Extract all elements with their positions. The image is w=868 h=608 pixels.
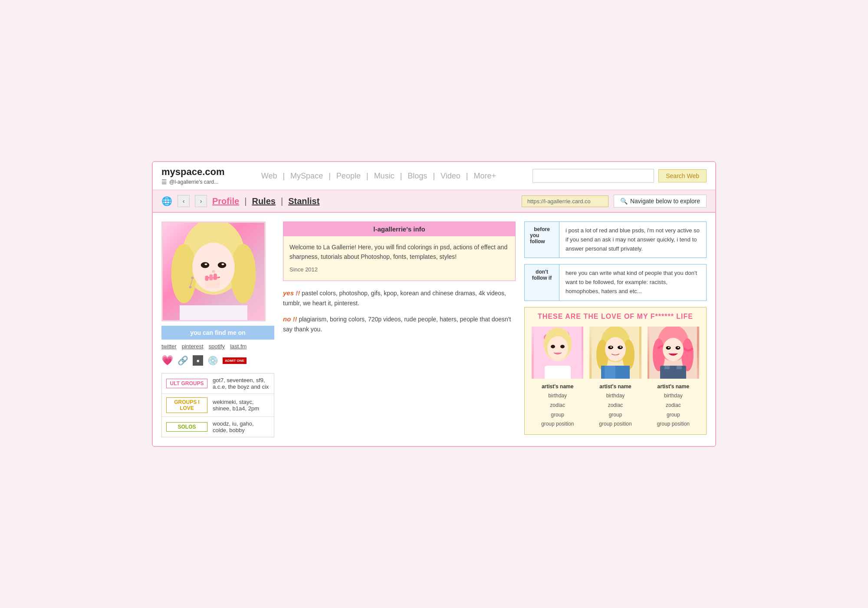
top-nav: Web | MySpace | People | Music | Blogs |…	[233, 172, 524, 181]
artist-position-1: group position	[532, 420, 583, 429]
nav-music[interactable]: Music	[374, 172, 395, 180]
hamburger-icon[interactable]: ☰	[161, 178, 167, 185]
middle-column: l-agallerrie's info Welcome to La Galler…	[283, 221, 516, 437]
logo-area: myspace.com ☰ @l-agallerrie's card...	[161, 166, 225, 185]
main-content: you can find me on twitter pinterest spo…	[153, 213, 715, 446]
svg-point-33	[605, 337, 626, 361]
yes-section: yes !! pastel colors, photoshop, gifs, k…	[283, 288, 516, 308]
svg-point-26	[551, 345, 555, 348]
before-follow-label: before you follow	[525, 222, 559, 258]
dont-follow-label: don't follow if	[525, 264, 559, 300]
forward-button[interactable]: ›	[195, 195, 207, 207]
pinterest-link[interactable]: pinterest	[182, 343, 204, 350]
artist-name-1: artist's name	[532, 382, 583, 392]
info-box: l-agallerrie's info Welcome to La Galler…	[283, 221, 516, 281]
second-bar: 🌐 ‹ › Profile | Rules | Stanlist https:/…	[153, 190, 715, 213]
disc-icon: 💿	[207, 355, 218, 366]
left-column: you can find me on twitter pinterest spo…	[161, 221, 274, 437]
site-logo: myspace.com	[161, 166, 225, 178]
nav-blogs[interactable]: Blogs	[408, 172, 427, 180]
love-groups-row: GROUPS I LOVE wekimeki, stayc, shinee, b…	[162, 394, 274, 417]
artist-card-2: artist's name birthday zodiac group grou…	[589, 327, 641, 429]
nav-sep-2: |	[329, 172, 333, 180]
ult-groups-row: ULT GROUPS got7, seventeen, sf9, a.c.e, …	[162, 373, 274, 394]
artist-position-3: group position	[648, 420, 699, 429]
artist-zodiac-2: zodiac	[589, 401, 641, 410]
svg-point-37	[620, 346, 621, 347]
svg-rect-28	[545, 366, 571, 379]
spotify-link[interactable]: spotify	[209, 343, 225, 350]
search-icon: 🔍	[620, 198, 628, 205]
artist-group-2: group	[589, 410, 641, 420]
solos-value: woodz, iu, gaho, colde, bobby	[213, 420, 270, 433]
no-section: no !! plagiarism, boring colors, 720p vi…	[283, 314, 516, 334]
page-nav: Profile | Rules | Stanlist	[212, 196, 319, 206]
artist-info-2: artist's name birthday zodiac group grou…	[589, 382, 641, 429]
link-icon: 🔗	[178, 355, 188, 366]
artist-photo-1	[532, 327, 583, 379]
artist-card-3: artist's name birthday zodiac group grou…	[648, 327, 699, 429]
svg-rect-11	[205, 276, 209, 281]
dont-follow-text: here you can write what kind of people t…	[559, 264, 706, 300]
yes-label: yes !!	[283, 289, 300, 297]
artist-zodiac-3: zodiac	[648, 401, 699, 410]
navigate-button[interactable]: 🔍 Navigate below to explore	[614, 195, 707, 208]
find-me-box: you can find me on	[161, 326, 274, 340]
back-button[interactable]: ‹	[178, 195, 190, 207]
nav-profile[interactable]: Profile	[212, 196, 239, 206]
admit-one-icon: ADMIT ONE	[223, 357, 247, 364]
browser-window: myspace.com ☰ @l-agallerrie's card... We…	[152, 161, 716, 447]
svg-point-44	[663, 338, 684, 361]
svg-rect-50	[664, 366, 670, 369]
artist-name-3: artist's name	[648, 382, 699, 392]
info-body: Welcome to La Gallerrie! Here, you will …	[283, 236, 515, 281]
artist-group-3: group	[648, 410, 699, 420]
nav-web[interactable]: Web	[261, 172, 277, 180]
before-follow-box: before you follow i post a lot of red an…	[524, 221, 707, 258]
artist-position-2: group position	[589, 420, 641, 429]
nav-sep-1: |	[283, 172, 287, 180]
svg-point-48	[677, 347, 679, 348]
artist-birthday-2: birthday	[589, 391, 641, 401]
nav-rules[interactable]: Rules	[252, 196, 275, 206]
nav-more[interactable]: More+	[474, 172, 496, 180]
lastfm-link[interactable]: last.fm	[230, 343, 247, 350]
sep-2: |	[281, 196, 283, 206]
nav-stanlist[interactable]: Stanlist	[288, 196, 319, 206]
svg-rect-13	[214, 274, 217, 280]
dont-follow-box: don't follow if here you can write what …	[524, 264, 707, 301]
svg-point-9	[212, 270, 215, 273]
nav-sep-4: |	[400, 172, 404, 180]
svg-rect-12	[209, 274, 213, 281]
yes-text: pastel colors, photoshop, gifs, kpop, ko…	[283, 290, 506, 307]
svg-point-36	[610, 346, 612, 347]
svg-point-8	[222, 263, 224, 265]
svg-rect-51	[677, 366, 682, 369]
solos-row: SOLOS woodz, iu, gaho, colde, bobby	[162, 417, 274, 437]
top-bar: myspace.com ☰ @l-agallerrie's card... We…	[153, 162, 715, 190]
nav-people[interactable]: People	[336, 172, 361, 180]
artist-zodiac-1: zodiac	[532, 401, 583, 410]
ult-groups-label: ULT GROUPS	[166, 379, 207, 388]
artists-grid: artist's name birthday zodiac group grou…	[532, 327, 699, 429]
search-input[interactable]	[533, 169, 654, 183]
love-section: THESE ARE THE LOVE OF MY F****** LIFE	[524, 307, 707, 435]
artist-birthday-3: birthday	[648, 391, 699, 401]
sep-1: |	[244, 196, 247, 206]
artist-group-1: group	[532, 410, 583, 420]
artist-photo-3	[648, 327, 699, 379]
social-icons: 💗 🔗 ■ 💿 ADMIT ONE	[161, 355, 274, 366]
search-button[interactable]: Search Web	[658, 169, 707, 182]
svg-point-17	[189, 286, 191, 288]
nav-myspace[interactable]: MySpace	[290, 172, 323, 180]
url-bar[interactable]: https://l-agallerrie.card.co	[522, 195, 608, 207]
twitter-link[interactable]: twitter	[161, 343, 177, 350]
artist-name-2: artist's name	[589, 382, 641, 392]
profile-picture	[161, 221, 266, 321]
nav-video[interactable]: Video	[441, 172, 460, 180]
logo-subtitle: ☰ @l-agallerrie's card...	[161, 178, 225, 185]
artist-photo-2	[589, 327, 641, 379]
artist-card-1: artist's name birthday zodiac group grou…	[532, 327, 583, 429]
nav-sep-5: |	[433, 172, 437, 180]
right-column: before you follow i post a lot of red an…	[524, 221, 707, 437]
